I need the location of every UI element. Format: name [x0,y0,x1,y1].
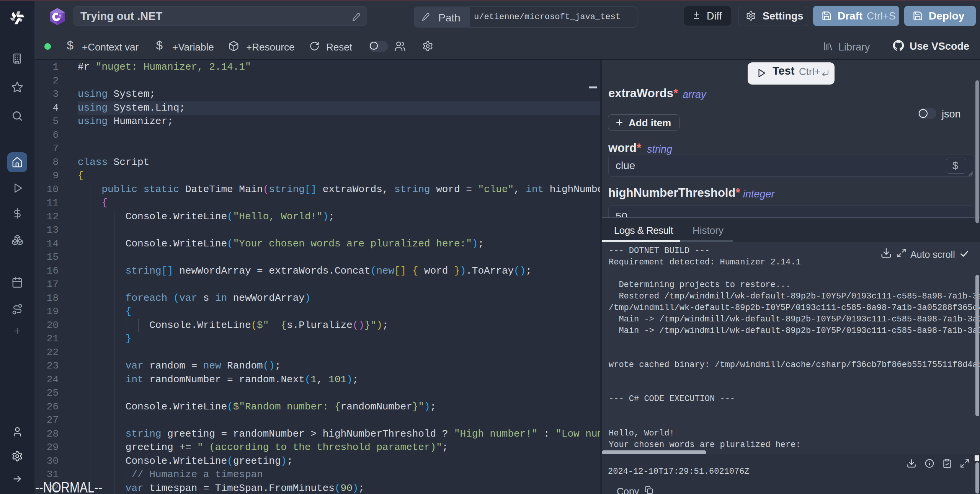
svg-text:#: # [59,14,61,19]
